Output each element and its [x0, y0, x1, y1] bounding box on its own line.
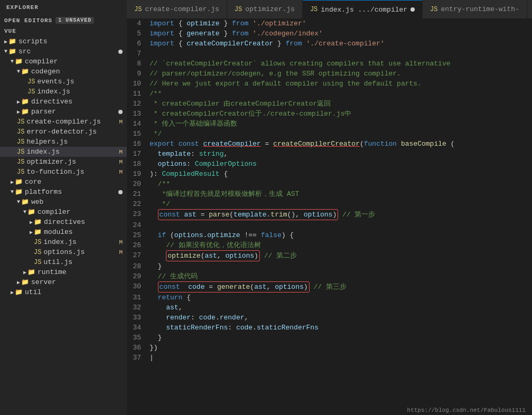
folder-icon: 📁: [8, 48, 16, 55]
tab-entry-runtime[interactable]: JS entry-runtime-with-: [423, 0, 527, 18]
line-number: 22: [128, 199, 150, 209]
sidebar-item-optimizer-js[interactable]: JS optimizer.js M: [0, 157, 127, 167]
line-content: // parser/optimizer/codegen, e.g the SSR…: [150, 69, 532, 79]
js-icon: JS: [430, 6, 437, 13]
folder-icon: 📁: [15, 58, 23, 65]
code-line: 21 *编译过程首先就是对模板做解析，生成 AST: [127, 189, 532, 199]
js-icon: JS: [134, 6, 142, 13]
sidebar-item-util[interactable]: ▶ 📁 util: [0, 287, 127, 297]
line-number: 12: [128, 99, 150, 109]
code-editor[interactable]: 4 import { optimize } from './optimizer'…: [127, 18, 532, 405]
sidebar-item-web-options-js[interactable]: JS options.js M: [0, 247, 127, 257]
line-number: 21: [128, 189, 150, 199]
sidebar-item-error-detector-js[interactable]: JS error-detector.js: [0, 127, 127, 137]
line-content: render: code.render,: [150, 313, 532, 323]
sidebar-item-web-compiler[interactable]: ▼ 📁 compiler: [0, 207, 127, 217]
line-content: }): [150, 343, 532, 353]
code-line: 33 render: code.render,: [127, 313, 532, 323]
tab-optimizer[interactable]: JS optimizer.js: [227, 0, 303, 18]
tab-create-compiler[interactable]: JS create-compiler.js: [127, 0, 227, 18]
tab-index[interactable]: JS index.js .../compiler: [303, 0, 423, 18]
line-number: 18: [128, 159, 150, 169]
code-line: 31 return {: [127, 293, 532, 303]
code-line: 24: [127, 220, 532, 230]
line-content: options: CompilerOptions: [150, 159, 532, 169]
line-number: 25: [128, 230, 150, 240]
line-content: /**: [150, 89, 532, 99]
line-number: 30: [128, 281, 150, 291]
modified-badge: M: [119, 119, 123, 125]
modified-badge: M: [119, 239, 123, 246]
sidebar-item-web-util-js[interactable]: JS util.js: [0, 257, 127, 267]
sidebar: EXPLORER OPEN EDITORS 1 UNSAVED VUE ▶ 📁 …: [0, 0, 127, 415]
line-number: 29: [128, 271, 150, 281]
modified-dot: [118, 190, 123, 194]
line-number: 31: [128, 293, 150, 303]
sidebar-item-web-modules[interactable]: ▶ 📁 modules: [0, 227, 127, 237]
js-icon: JS: [17, 128, 24, 136]
arrow-icon: ▶: [30, 219, 33, 225]
line-content: return {: [150, 293, 532, 303]
line-content: optimize(ast, options) // 第二步: [150, 250, 532, 261]
sidebar-item-directives[interactable]: ▶ 📁 directives: [0, 97, 127, 107]
line-content: import { createCompilerCreator } from '.…: [150, 39, 532, 49]
sidebar-item-index-js[interactable]: JS index.js M: [0, 147, 127, 157]
sidebar-item-codegen[interactable]: ▼ 📁 codegen: [0, 67, 127, 77]
line-number: 24: [128, 220, 150, 230]
code-line: 29 // 生成代码: [127, 271, 532, 281]
line-number: 33: [128, 313, 150, 323]
line-number: 10: [128, 79, 150, 89]
sidebar-item-compiler[interactable]: ▼ 📁 compiler: [0, 56, 127, 67]
sidebar-item-platforms[interactable]: ▼ 📁 platforms: [0, 187, 127, 197]
line-content: /**: [150, 179, 532, 189]
code-line-boxed-3: 30 const code = generate(ast, options) /…: [127, 281, 532, 293]
code-line: 20 /**: [127, 179, 532, 189]
arrow-icon: ▼: [11, 59, 14, 64]
main-editor: JS create-compiler.js JS optimizer.js JS…: [127, 0, 532, 415]
modified-badge: M: [119, 159, 123, 165]
modified-dot: [118, 50, 123, 54]
line-number: 9: [128, 69, 150, 79]
js-icon: JS: [17, 148, 24, 156]
code-line: 9 // parser/optimizer/codegen, e.g the S…: [127, 69, 532, 79]
line-content: }: [150, 333, 532, 343]
line-number: 23: [128, 209, 150, 219]
line-number: 17: [128, 149, 150, 159]
sidebar-item-core[interactable]: ▶ 📁 core: [0, 177, 127, 187]
sidebar-item-codegen-index-js[interactable]: JS index.js: [0, 87, 127, 97]
line-number: 16: [128, 139, 150, 149]
tab-bar: JS create-compiler.js JS optimizer.js JS…: [127, 0, 532, 18]
code-line-boxed-1: 23 const ast = parse(template.trim(), op…: [127, 209, 532, 220]
sidebar-item-web-directives[interactable]: ▶ 📁 directives: [0, 217, 127, 227]
sidebar-item-events-js[interactable]: JS events.js: [0, 77, 127, 87]
arrow-icon: ▶: [17, 99, 20, 105]
vue-header: VUE: [0, 26, 127, 36]
code-line: 5 import { generate } from './codegen/in…: [127, 29, 532, 39]
modified-dot: [118, 110, 123, 114]
sidebar-item-web-index-js[interactable]: JS index.js M: [0, 237, 127, 247]
sidebar-item-src[interactable]: ▼ 📁 src: [0, 46, 127, 56]
sidebar-item-helpers-js[interactable]: JS helpers.js: [0, 137, 127, 147]
tab-label: optimizer.js: [245, 5, 295, 13]
sidebar-item-scripts[interactable]: ▶ 📁 scripts: [0, 36, 127, 46]
sidebar-item-web[interactable]: ▼ 📁 web: [0, 197, 127, 207]
code-line: 34 staticRenderFns: code.staticRenderFns: [127, 323, 532, 333]
tab-label: entry-runtime-with-: [441, 5, 519, 13]
sidebar-item-to-function-js[interactable]: JS to-function.js M: [0, 167, 127, 177]
sidebar-item-server[interactable]: ▶ 📁 server: [0, 277, 127, 287]
line-number: 8: [128, 59, 150, 69]
sidebar-item-create-compiler-js[interactable]: JS create-compiler.js M: [0, 117, 127, 127]
arrow-icon: ▶: [4, 39, 7, 45]
sidebar-item-runtime[interactable]: ▶ 📁 runtime: [0, 267, 127, 277]
js-icon: JS: [17, 158, 24, 166]
code-line: 35 }: [127, 333, 532, 343]
sidebar-item-parser[interactable]: ▶ 📁 parser: [0, 107, 127, 117]
url-text: https://blog.csdn.net/Fabulous1111: [407, 407, 526, 413]
js-icon: JS: [310, 6, 318, 13]
line-number: 35: [128, 333, 150, 343]
line-content: // 生成代码: [150, 271, 532, 281]
modified-badge: M: [119, 149, 123, 155]
unsaved-badge: 1 UNSAVED: [55, 17, 94, 24]
line-content: const code = generate(ast, options) // 第…: [150, 281, 532, 293]
arrow-icon: ▶: [11, 179, 14, 185]
